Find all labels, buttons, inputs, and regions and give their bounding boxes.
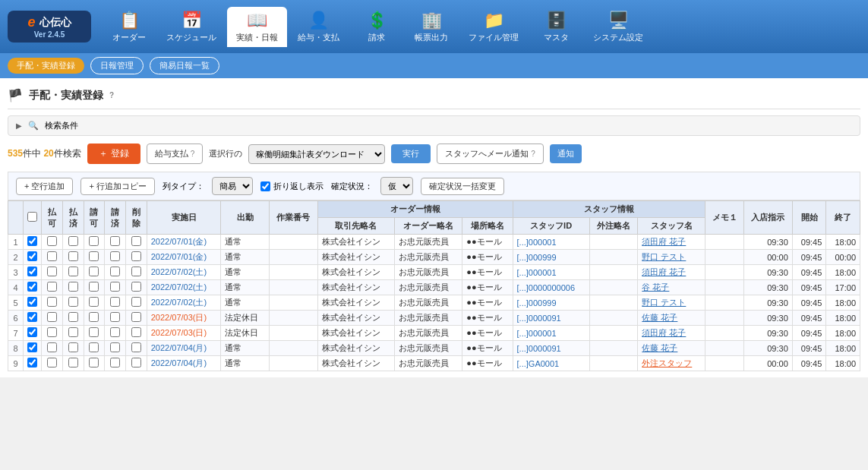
notify-button[interactable]: 通知: [550, 144, 582, 163]
col-all-checkbox-header[interactable]: [24, 201, 42, 235]
nav-order[interactable]: 📋 オーダー: [103, 7, 156, 47]
row-checkbox-cell[interactable]: [24, 356, 42, 371]
del-cb[interactable]: [131, 267, 141, 276]
row-pay-done[interactable]: [62, 295, 84, 311]
row-req-ok[interactable]: [84, 250, 105, 265]
add-row-button[interactable]: + 空行追加: [16, 178, 73, 195]
row-req-done[interactable]: [105, 326, 126, 341]
subnav-kantan[interactable]: 簡易日報一覧: [150, 57, 219, 74]
row-staffid[interactable]: [...]0000091: [513, 311, 589, 326]
row-del[interactable]: [126, 235, 147, 250]
row-date[interactable]: 2022/07/02(土): [147, 265, 221, 280]
pay-done-cb[interactable]: [68, 236, 78, 246]
row-req-done[interactable]: [105, 341, 126, 356]
row-req-ok[interactable]: [84, 280, 105, 295]
register-button[interactable]: ＋ 登録: [87, 144, 140, 164]
req-done-cb[interactable]: [110, 267, 120, 276]
row-staffname[interactable]: 須田府 花子: [638, 326, 705, 341]
row-req-done[interactable]: [105, 295, 126, 311]
row-pay-done[interactable]: [62, 280, 84, 295]
row-checkbox-cell[interactable]: [24, 265, 42, 280]
row-memo[interactable]: [705, 341, 744, 356]
row-memo[interactable]: [705, 311, 744, 326]
row-memo[interactable]: [705, 280, 744, 295]
row-pay-done[interactable]: [62, 250, 84, 265]
row-checkbox-cell[interactable]: [24, 280, 42, 295]
req-ok-cb[interactable]: [89, 297, 99, 307]
row-del[interactable]: [126, 356, 147, 371]
row-pay-done[interactable]: [62, 341, 84, 356]
row-pay-done[interactable]: [62, 235, 84, 250]
row-date[interactable]: 2022/07/01(金): [147, 235, 221, 250]
help-icon[interactable]: ?: [109, 91, 114, 99]
del-cb[interactable]: [131, 297, 141, 307]
row-staffid[interactable]: [...]GA0001: [513, 356, 589, 371]
kyuyo-button[interactable]: 給与支払 ?: [147, 144, 204, 164]
search-bar[interactable]: ▶ 🔍 検索条件: [8, 115, 860, 136]
row-checkbox[interactable]: [27, 251, 37, 261]
req-done-cb[interactable]: [110, 236, 120, 246]
row-pay-done[interactable]: [62, 326, 84, 341]
row-date[interactable]: 2022/07/02(土): [147, 280, 221, 295]
row-req-ok[interactable]: [84, 235, 105, 250]
nav-schedule[interactable]: 📅 スケジュール: [157, 7, 226, 47]
row-pay-ok[interactable]: [42, 235, 63, 250]
row-staffid[interactable]: [...]0000000006: [513, 280, 589, 295]
row-req-done[interactable]: [105, 250, 126, 265]
subnav-tearai[interactable]: 手配・実績登録: [8, 58, 84, 74]
row-date[interactable]: 2022/07/04(月): [147, 341, 221, 356]
row-del[interactable]: [126, 311, 147, 326]
row-staffname[interactable]: 野口 テスト: [638, 250, 705, 265]
req-ok-cb[interactable]: [89, 358, 99, 367]
row-staffname[interactable]: 外注スタッフ: [638, 356, 705, 371]
row-staffname[interactable]: 佐藤 花子: [638, 341, 705, 356]
row-del[interactable]: [126, 265, 147, 280]
row-staffname[interactable]: 須田府 花子: [638, 265, 705, 280]
row-pay-done[interactable]: [62, 356, 84, 371]
row-req-done[interactable]: [105, 356, 126, 371]
row-checkbox-cell[interactable]: [24, 326, 42, 341]
del-cb[interactable]: [131, 327, 141, 337]
row-date[interactable]: 2022/07/04(月): [147, 356, 221, 371]
row-pay-ok[interactable]: [42, 311, 63, 326]
pay-done-cb[interactable]: [68, 297, 78, 307]
row-del[interactable]: [126, 341, 147, 356]
row-checkbox[interactable]: [27, 358, 37, 367]
row-req-done[interactable]: [105, 235, 126, 250]
row-memo[interactable]: [705, 356, 744, 371]
del-cb[interactable]: [131, 342, 141, 352]
row-del[interactable]: [126, 295, 147, 311]
row-pay-ok[interactable]: [42, 250, 63, 265]
pay-ok-cb[interactable]: [47, 251, 57, 261]
row-checkbox-cell[interactable]: [24, 311, 42, 326]
del-cb[interactable]: [131, 282, 141, 292]
row-staffname[interactable]: 谷 花子: [638, 280, 705, 295]
req-done-cb[interactable]: [110, 297, 120, 307]
row-checkbox-cell[interactable]: [24, 295, 42, 311]
nav-kyuyo[interactable]: 👤 給与・支払: [289, 7, 349, 47]
wrap-checkbox-label[interactable]: 折り返し表示: [260, 181, 324, 192]
row-checkbox[interactable]: [27, 236, 37, 246]
pay-done-cb[interactable]: [68, 282, 78, 292]
pay-ok-cb[interactable]: [47, 236, 57, 246]
subnav-nippo[interactable]: 日報管理: [90, 57, 144, 74]
row-memo[interactable]: [705, 265, 744, 280]
req-ok-cb[interactable]: [89, 327, 99, 337]
pay-ok-cb[interactable]: [47, 282, 57, 292]
req-done-cb[interactable]: [110, 251, 120, 261]
pay-ok-cb[interactable]: [47, 327, 57, 337]
row-checkbox[interactable]: [27, 312, 37, 322]
pay-done-cb[interactable]: [68, 327, 78, 337]
row-del[interactable]: [126, 280, 147, 295]
del-cb[interactable]: [131, 236, 141, 246]
req-ok-cb[interactable]: [89, 251, 99, 261]
action-select[interactable]: 稼働明細集計表ダウンロード: [248, 144, 385, 164]
row-req-ok[interactable]: [84, 295, 105, 311]
row-pay-ok[interactable]: [42, 326, 63, 341]
row-checkbox-cell[interactable]: [24, 341, 42, 356]
select-all-checkbox[interactable]: [27, 212, 37, 222]
nav-master[interactable]: 🗄️ マスタ: [529, 7, 582, 47]
pay-done-cb[interactable]: [68, 312, 78, 322]
pay-ok-cb[interactable]: [47, 312, 57, 322]
row-del[interactable]: [126, 326, 147, 341]
